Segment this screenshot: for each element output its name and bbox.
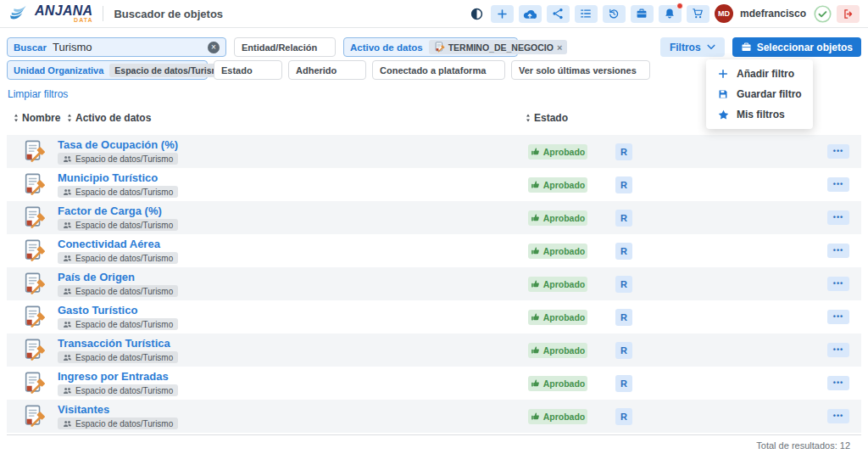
org-unit-label: Unidad Organizativa (14, 65, 103, 76)
clear-filters-link[interactable]: Limpiar filtros (8, 88, 68, 100)
adherido-input[interactable] (288, 60, 366, 80)
org-unit-chip-label: Espacio de datos/Turismo (114, 65, 225, 76)
share-icon (552, 8, 564, 20)
status-badge: Aprobado (528, 144, 587, 160)
object-name-link[interactable]: Gasto Turístico (58, 304, 137, 317)
logo-text: ANJANA DATA (35, 4, 92, 23)
object-info: Ingreso por Entradas Espacio de datos/Tu… (58, 370, 528, 397)
thumbs-up-icon (531, 412, 540, 421)
menu-item-plus[interactable]: Añadir filtro (706, 64, 813, 84)
org-chip-label: Espacio de datos/Turismo (75, 320, 173, 329)
bell-button[interactable] (659, 5, 682, 23)
thumbs-up-icon (531, 246, 540, 255)
row-actions-button[interactable]: ••• (827, 310, 849, 324)
status-check-button[interactable] (813, 4, 832, 23)
chevron-down-icon (707, 44, 715, 50)
thumbs-up-icon (531, 147, 540, 156)
search-label: Buscar (14, 42, 47, 53)
object-name-link[interactable]: Transacción Turística (58, 337, 170, 350)
ellipsis-icon: ••• (833, 280, 843, 288)
checklist-icon (580, 8, 592, 20)
contrast-icon (470, 8, 483, 20)
users-icon (63, 188, 72, 196)
object-info: Tasa de Ocupación (%) Espacio de datos/T… (58, 138, 528, 165)
users-icon (63, 288, 72, 295)
row-actions-button[interactable]: ••• (827, 409, 849, 423)
row-actions-button[interactable]: ••• (827, 144, 849, 159)
type-badge: R (615, 210, 632, 227)
add-button[interactable] (491, 5, 514, 23)
entity-relation-input[interactable] (234, 37, 336, 57)
remove-asset-chip-icon[interactable]: × (557, 42, 562, 53)
search-input[interactable] (53, 41, 202, 53)
org-chip-label: Espacio de datos/Turismo (75, 419, 173, 429)
ellipsis-icon: ••• (833, 313, 843, 321)
save-icon (717, 89, 729, 99)
header-estado-label: Estado (534, 112, 568, 124)
object-name-link[interactable]: Tasa de Ocupación (%) (58, 138, 178, 152)
row-actions-button[interactable]: ••• (827, 244, 849, 258)
row-actions-button[interactable]: ••• (827, 277, 849, 291)
type-badge: R (615, 342, 632, 359)
sort-icon (14, 114, 19, 122)
briefcase-button[interactable] (631, 5, 654, 23)
org-chip-label: Espacio de datos/Turismo (75, 254, 173, 263)
header-estado[interactable]: Estado (526, 112, 568, 124)
header-activo-label: Activo de datos (75, 112, 151, 124)
object-name-link[interactable]: Visitantes (58, 403, 109, 417)
org-chip-label: Espacio de datos/Turismo (75, 353, 173, 362)
object-info: Gasto Turístico Espacio de datos/Turismo (58, 304, 528, 331)
clear-search-icon[interactable]: × (208, 42, 220, 53)
org-unit-chip: Espacio de datos/Turismo (58, 384, 178, 396)
row-actions-button[interactable]: ••• (827, 177, 849, 192)
checklist-button[interactable] (575, 5, 598, 23)
status-badge: Aprobado (528, 277, 587, 292)
object-info: País de Origen Espacio de datos/Turismo (58, 271, 528, 298)
search-filter: Buscar × (7, 37, 226, 57)
document-gavel-icon (22, 139, 47, 164)
object-name-link[interactable]: Municipio Turístico (58, 171, 158, 185)
star-icon (717, 109, 729, 120)
username-button[interactable]: mdefrancisco (740, 8, 806, 20)
document-gavel-icon (22, 205, 47, 230)
users-icon (63, 321, 72, 328)
menu-item-save[interactable]: Guardar filtro (706, 84, 813, 104)
cart-button[interactable] (687, 5, 709, 23)
object-info: Factor de Carga (%) Espacio de datos/Tur… (58, 204, 528, 232)
contrast-button[interactable] (469, 5, 486, 23)
filtros-button[interactable]: Filtros (660, 37, 725, 57)
row-actions-button[interactable]: ••• (827, 210, 849, 225)
share-button[interactable] (547, 5, 570, 23)
estado-input[interactable] (214, 60, 282, 80)
object-name-link[interactable]: Factor de Carga (%) (58, 204, 162, 218)
header-nombre-label: Nombre (22, 112, 60, 124)
document-gavel-icon (22, 172, 47, 197)
row-actions-button[interactable]: ••• (827, 343, 849, 357)
cloud-upload-button[interactable] (519, 5, 542, 23)
menu-item-star[interactable]: Mis filtros (706, 104, 813, 125)
select-objects-button[interactable]: Seleccionar objetos (732, 37, 861, 57)
table-row: Visitantes Espacio de datos/Turismo Apro… (7, 400, 861, 433)
history-icon (608, 8, 620, 20)
ultimas-versiones-input[interactable] (511, 60, 650, 80)
object-name-link[interactable]: País de Origen (58, 271, 135, 284)
header-nombre[interactable]: Nombre (14, 112, 60, 124)
user-avatar[interactable]: MD (715, 4, 733, 23)
logout-button[interactable] (837, 5, 860, 23)
table-row: Factor de Carga (%) Espacio de datos/Tur… (7, 201, 861, 234)
users-icon (63, 420, 72, 428)
object-name-link[interactable]: Conectividad Aérea (58, 238, 160, 251)
row-actions-button[interactable]: ••• (827, 376, 849, 390)
conectado-plataforma-input[interactable] (372, 60, 505, 80)
table-row: Gasto Turístico Espacio de datos/Turismo… (7, 300, 861, 333)
org-unit-chip: Espacio de datos/Turismo (58, 318, 178, 330)
object-name-link[interactable]: Ingreso por Entradas (58, 370, 169, 384)
org-unit-chip: Espacio de datos/Turismo (58, 351, 178, 363)
briefcase-icon (636, 8, 648, 20)
history-button[interactable] (603, 5, 626, 23)
org-unit-chip: Espacio de datos/Turismo (58, 417, 178, 429)
users-icon (63, 387, 72, 395)
status-badge-label: Aprobado (543, 345, 586, 356)
table-row: País de Origen Espacio de datos/Turismo … (7, 267, 861, 300)
header-activo-de-datos[interactable]: Activo de datos (67, 112, 151, 124)
